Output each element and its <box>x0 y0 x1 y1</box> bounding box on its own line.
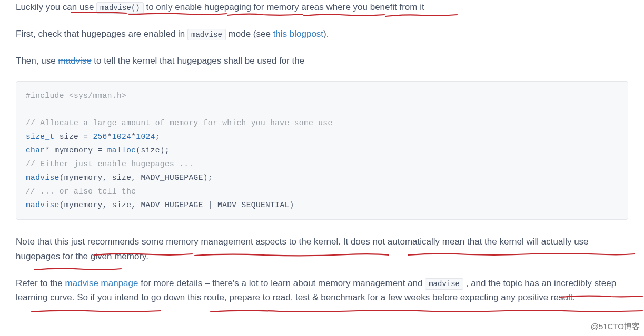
code-block: #include <sys/mman.h> // Allocate a larg… <box>16 81 628 220</box>
link-madvise[interactable]: madvise <box>58 56 91 66</box>
link-madvise-manpage[interactable]: madvise manpage <box>65 278 138 288</box>
paragraph-4: Note that this just recommends some memo… <box>16 235 628 263</box>
inline-code-madvise: madvise <box>187 29 226 40</box>
paragraph-5: Refer to the madvise manpage for more de… <box>16 276 628 304</box>
text: Refer to the <box>16 278 65 288</box>
paragraph-1: Luckily you can use madvise() to only en… <box>16 0 628 14</box>
text: First, check that hugepages are enabled … <box>16 29 187 39</box>
text: to only enable hugepaging for memory are… <box>144 2 424 12</box>
text: for more details – there's a lot to lear… <box>138 278 425 288</box>
link-blogpost[interactable]: this blogpost <box>273 29 323 39</box>
text: to tell the kernel that hugepages shall … <box>92 56 305 66</box>
inline-code-madvise-fn: madvise() <box>96 2 144 14</box>
inline-code-madvise2: madvise <box>425 278 463 290</box>
text: ). <box>323 29 329 39</box>
text: Then, use <box>16 56 58 66</box>
text: Note that this just recommends some memo… <box>16 237 589 261</box>
paragraph-2: First, check that hugepages are enabled … <box>16 27 628 41</box>
text: mode (see <box>226 29 273 39</box>
text: Luckily you can use <box>16 2 96 12</box>
watermark: @51CTO博客 <box>591 320 640 322</box>
paragraph-3: Then, use madvise to tell the kernel tha… <box>16 54 628 68</box>
